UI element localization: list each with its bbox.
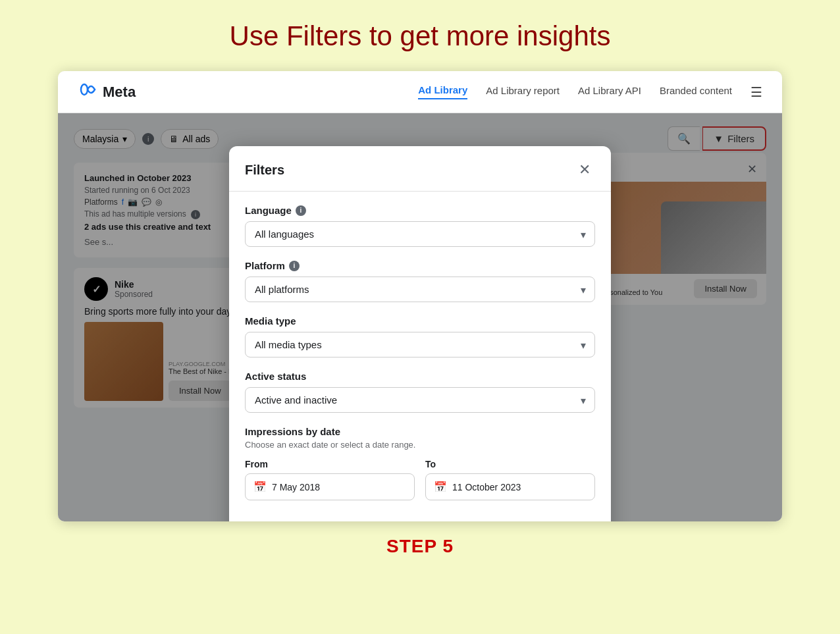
media-type-select[interactable]: All media types Image Video Meme [245,332,595,357]
modal-title: Filters [245,163,284,178]
active-status-select-wrapper[interactable]: Active and inactive Active Inactive [245,387,595,413]
platform-section: Platform i All platforms Facebook Instag… [245,260,595,302]
language-info-icon[interactable]: i [296,205,306,216]
platform-select[interactable]: All platforms Facebook Instagram Messeng… [245,277,595,302]
meta-logo-icon [78,79,99,105]
media-type-section: Media type All media types Image Video M… [245,315,595,357]
media-type-select-wrapper[interactable]: All media types Image Video Meme [245,332,595,357]
nav-bar: Meta Ad Library Ad Library report Ad Lib… [58,71,782,113]
to-date-group: To 📅 11 October 2023 [425,459,595,500]
to-date-text: 11 October 2023 [452,482,521,492]
browser-frame: Meta Ad Library Ad Library report Ad Lib… [58,71,782,521]
modal-overlay[interactable]: Filters ✕ Language i All languages [58,113,782,521]
nav-ad-library[interactable]: Ad Library [418,84,467,99]
language-section: Language i All languages English Malay C… [245,205,595,247]
svg-point-0 [81,84,88,95]
nav-branded-content[interactable]: Branded content [660,85,732,99]
from-date-text: 7 May 2018 [272,482,320,492]
language-select[interactable]: All languages English Malay Chinese [245,221,595,247]
active-status-label: Active status [245,371,595,382]
meta-logo: Meta [78,79,136,105]
platform-select-wrapper[interactable]: All platforms Facebook Instagram Messeng… [245,277,595,302]
nav-links: Ad Library Ad Library report Ad Library … [418,84,762,100]
filters-modal: Filters ✕ Language i All languages [229,146,611,521]
to-date-label: To [425,459,595,469]
active-status-section: Active status Active and inactive Active… [245,371,595,413]
modal-body: Language i All languages English Malay C… [229,192,611,521]
modal-close-button[interactable]: ✕ [574,159,595,180]
hamburger-icon[interactable]: ☰ [750,84,762,100]
nav-ad-library-api[interactable]: Ad Library API [578,85,641,99]
impressions-subtitle: Choose an exact date or select a date ra… [245,440,595,450]
from-date-label: From [245,459,415,469]
media-type-label: Media type [245,315,595,327]
platform-info-icon[interactable]: i [289,261,300,271]
from-date-group: From 📅 7 May 2018 [245,459,415,500]
nav-ad-library-report[interactable]: Ad Library report [486,85,560,99]
impressions-title: Impressions by date [245,426,595,437]
meta-logo-text: Meta [103,84,136,101]
impressions-section: Impressions by date Choose an exact date… [245,426,595,500]
from-calendar-icon: 📅 [253,481,267,493]
date-row: From 📅 7 May 2018 To 📅 11 Oct [245,459,595,500]
to-calendar-icon: 📅 [434,481,447,493]
from-date-input[interactable]: 📅 7 May 2018 [245,473,415,500]
platform-label: Platform i [245,260,595,271]
to-date-input[interactable]: 📅 11 October 2023 [425,473,595,500]
active-status-select[interactable]: Active and inactive Active Inactive [245,387,595,413]
language-label: Language i [245,205,595,216]
page-title: Use Filters to get more insights [230,20,611,53]
modal-header: Filters ✕ [229,146,611,192]
step-label: STEP 5 [386,536,454,557]
content-area: Malaysia ▾ i 🖥 All ads 🔍 ▼ Filters [58,113,782,521]
language-select-wrapper[interactable]: All languages English Malay Chinese [245,221,595,247]
